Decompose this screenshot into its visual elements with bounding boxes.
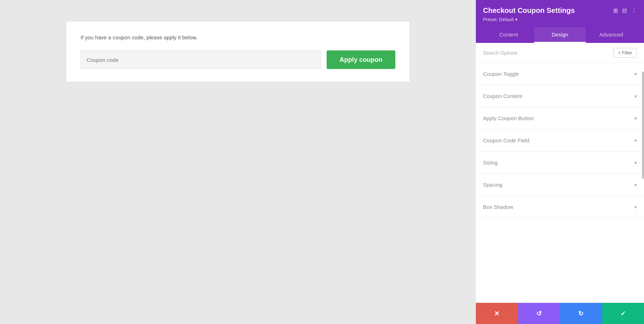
settings-panel: Checkout Coupon Settings ⊞ ⊟ ⋮ Preset: D…	[476, 0, 644, 324]
accordion-list: Coupon Toggle ▾ Coupon Content ▾ Apply C…	[476, 63, 644, 303]
scrollbar[interactable]	[642, 72, 644, 179]
accordion-item-coupon-content: Coupon Content ▾	[476, 85, 644, 107]
accordion-item-spacing: Spacing ▾	[476, 174, 644, 196]
chevron-down-icon: ▾	[634, 160, 637, 166]
chevron-down-icon: ▾	[634, 204, 637, 210]
accordion-label-apply-coupon-button: Apply Coupon Button	[483, 115, 534, 121]
accordion-header-sizing[interactable]: Sizing ▾	[476, 152, 644, 173]
preview-area: If you have a coupon code, please apply …	[0, 0, 476, 324]
tab-advanced[interactable]: Advanced	[586, 27, 637, 43]
coupon-code-input[interactable]	[80, 50, 321, 69]
accordion-item-apply-coupon-button: Apply Coupon Button ▾	[476, 107, 644, 129]
action-bar: ✕ ↺ ↻ ✓	[476, 303, 644, 324]
accordion-header-box-shadow[interactable]: Box Shadow ▾	[476, 196, 644, 218]
panel-header-top: Checkout Coupon Settings ⊞ ⊟ ⋮	[483, 6, 637, 15]
chevron-down-icon: ▾	[634, 182, 637, 188]
panel-header: Checkout Coupon Settings ⊞ ⊟ ⋮ Preset: D…	[476, 0, 644, 43]
accordion-label-sizing: Sizing	[483, 159, 498, 166]
chevron-down-icon: ▾	[634, 71, 637, 77]
coupon-form: Apply coupon	[80, 50, 395, 69]
coupon-widget: If you have a coupon code, please apply …	[66, 21, 410, 82]
resize-icon[interactable]: ⊞	[613, 7, 618, 14]
accordion-item-coupon-toggle: Coupon Toggle ▾	[476, 63, 644, 85]
tab-content[interactable]: Content	[483, 27, 534, 43]
accordion-label-coupon-content: Coupon Content	[483, 93, 522, 99]
accordion-item-box-shadow: Box Shadow ▾	[476, 196, 644, 218]
accordion-label-spacing: Spacing	[483, 182, 502, 188]
accordion-header-coupon-code-field[interactable]: Coupon Code Field ▾	[476, 129, 644, 151]
save-button[interactable]: ✓	[602, 303, 644, 324]
panel-tabs: Content Design Advanced	[483, 27, 637, 43]
chevron-down-icon: ▾	[634, 93, 637, 99]
panel-preset[interactable]: Preset: Default ▾	[483, 17, 637, 22]
accordion-header-spacing[interactable]: Spacing ▾	[476, 174, 644, 196]
accordion-item-coupon-code-field: Coupon Code Field ▾	[476, 129, 644, 152]
accordion-label-coupon-code-field: Coupon Code Field	[483, 137, 529, 143]
columns-icon[interactable]: ⊟	[622, 7, 627, 14]
accordion-label-box-shadow: Box Shadow	[483, 204, 513, 210]
panel-title: Checkout Coupon Settings	[483, 6, 575, 15]
accordion-header-coupon-content[interactable]: Coupon Content ▾	[476, 85, 644, 107]
accordion-header-coupon-toggle[interactable]: Coupon Toggle ▾	[476, 63, 644, 85]
cancel-button[interactable]: ✕	[476, 303, 518, 324]
accordion-header-apply-coupon-button[interactable]: Apply Coupon Button ▾	[476, 107, 644, 129]
undo-button[interactable]: ↺	[518, 303, 560, 324]
more-options-icon[interactable]: ⋮	[631, 7, 637, 14]
tab-design[interactable]: Design	[534, 27, 585, 43]
accordion-item-sizing: Sizing ▾	[476, 152, 644, 174]
filter-button[interactable]: + Filter	[613, 48, 637, 58]
coupon-description: If you have a coupon code, please apply …	[80, 34, 395, 40]
search-options-bar: Search Options + Filter	[476, 43, 644, 63]
panel-header-icons: ⊞ ⊟ ⋮	[613, 7, 637, 14]
search-options-text: Search Options	[483, 50, 518, 56]
redo-button[interactable]: ↻	[560, 303, 602, 324]
accordion-label-coupon-toggle: Coupon Toggle	[483, 71, 519, 77]
chevron-down-icon: ▾	[634, 138, 637, 143]
chevron-down-icon: ▾	[634, 116, 637, 121]
apply-coupon-button[interactable]: Apply coupon	[327, 50, 395, 69]
